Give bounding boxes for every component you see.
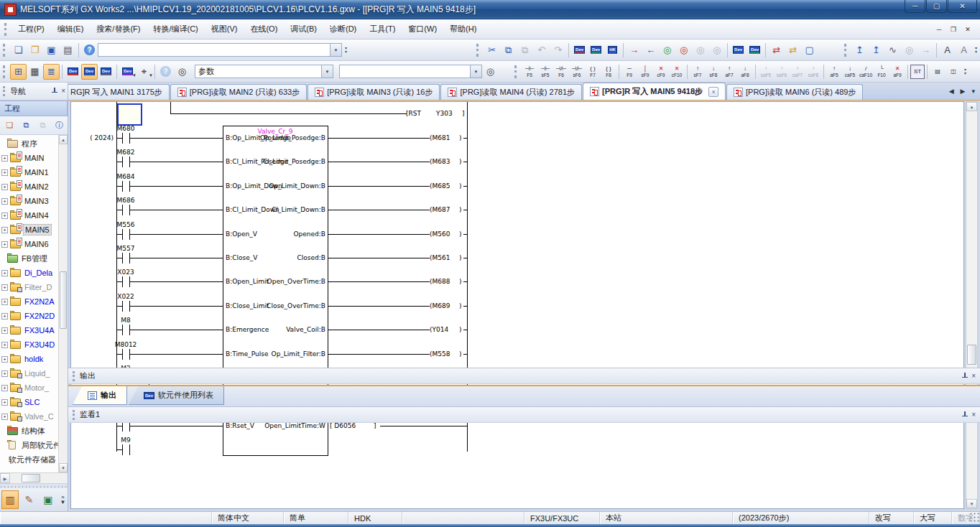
close-icon[interactable]: ×: [971, 373, 976, 380]
redo-icon[interactable]: ↷: [550, 42, 566, 58]
ladder-button-aF8[interactable]: ↓aF8: [737, 62, 753, 80]
toolbar-grip[interactable]: [3, 65, 6, 78]
tree-item-MAIN1[interactable]: +MAIN1: [0, 165, 58, 179]
ladder-button-aF5[interactable]: ↑aF5: [826, 62, 842, 80]
menu-item-8[interactable]: 工具(T): [363, 21, 402, 37]
ladder-button-F5[interactable]: ⊣⊢F5: [522, 62, 537, 80]
device-search-icon[interactable]: ⌖▼: [136, 64, 152, 80]
monitor-write-mode-icon[interactable]: ↥: [868, 42, 884, 58]
tree-item-Valve_C[interactable]: +Valve_C: [0, 409, 58, 424]
window-search-icon[interactable]: ◎: [482, 64, 499, 80]
combobox-arrow-icon[interactable]: ▼: [470, 65, 481, 78]
tree-vertical-scrollbar[interactable]: ▲ ▼: [58, 135, 68, 472]
ladder-button-saF6[interactable]: ↑saF6: [774, 62, 790, 80]
menu-item-3[interactable]: 转换/编译(C): [147, 21, 204, 37]
expand-icon[interactable]: +: [1, 270, 8, 276]
doc-tab-6[interactable]: [PRG]读取 MAIN6 (只读) 489步: [726, 84, 863, 100]
new-file-icon[interactable]: ❏: [10, 42, 27, 58]
menu-item-5[interactable]: 在线(O): [244, 21, 284, 37]
expand-icon[interactable]: +: [1, 184, 8, 190]
tab-list-icon[interactable]: ▾: [969, 86, 977, 96]
menu-item-2[interactable]: 搜索/替换(F): [90, 21, 147, 37]
device-list-view-icon[interactable]: Dev: [81, 64, 98, 80]
ladder-button-F7[interactable]: ( )F7: [585, 62, 601, 80]
expand-icon[interactable]: +: [1, 213, 8, 219]
copy-data-icon[interactable]: ⧉: [19, 118, 33, 132]
expand-icon[interactable]: +: [1, 399, 8, 406]
new-item-icon[interactable]: ❏: [3, 118, 17, 132]
next-tab-icon[interactable]: ▶: [958, 86, 968, 96]
pc-monitor-icon[interactable]: ▢: [801, 42, 818, 58]
device-comment-icon[interactable]: Dev: [571, 42, 588, 58]
tree-item-Liquid_[interactable]: +Liquid_: [0, 366, 58, 381]
find-contact-icon[interactable]: ◎: [692, 42, 708, 58]
expand-icon[interactable]: +: [1, 284, 8, 291]
output-tab-2[interactable]: Dev软元件使用列表: [129, 386, 224, 405]
ladder-button-F10[interactable]: └F10: [874, 62, 889, 80]
tree-item-结构体[interactable]: 结构体: [0, 424, 58, 438]
doc-tab-2[interactable]: [PRG]读取 MAIN2 (只读) 633步: [170, 84, 307, 100]
ladder-button-aF9[interactable]: ✕aF9: [889, 62, 905, 80]
menu-item-7[interactable]: 诊断(D): [323, 21, 363, 37]
device-search-combobox[interactable]: 参数▼: [195, 65, 333, 78]
ladder-button-cF10[interactable]: ✕cF10: [669, 62, 685, 80]
tree-item-软元件存储器[interactable]: 软元件存储器: [0, 452, 58, 467]
doc-tab-3[interactable]: [PRG]读取 MAIN3 (只读) 16步: [308, 84, 440, 100]
expand-icon[interactable]: +: [1, 356, 8, 363]
property-icon[interactable]: ⓘ: [52, 118, 66, 132]
tree-item-Filter_D[interactable]: +Filter_D: [0, 280, 58, 294]
menu-item-9[interactable]: 窗口(W): [402, 21, 443, 37]
tree-scroll-thumb[interactable]: [60, 271, 67, 329]
tree-item-MAIN[interactable]: +MAIN: [0, 151, 58, 165]
mdi-minimize-button[interactable]: ─: [933, 24, 946, 34]
expand-icon[interactable]: +: [1, 241, 8, 248]
project-tree-toggle-icon[interactable]: ⊞: [10, 64, 27, 80]
scroll-up-icon[interactable]: ▲: [59, 135, 68, 144]
maximize-button[interactable]: ▢: [926, 0, 947, 13]
expand-icon[interactable]: +: [1, 299, 8, 305]
pin-icon[interactable]: [51, 88, 57, 95]
ladder-button-sF9[interactable]: │sF9: [637, 62, 653, 80]
jump-icon[interactable]: →: [917, 42, 934, 58]
find-binoculars-icon[interactable]: ◎: [174, 64, 190, 80]
combobox-arrow-icon[interactable]: ▼: [321, 65, 333, 78]
open-file-icon[interactable]: ❐: [27, 42, 43, 58]
tree-item-MAIN3[interactable]: +MAIN3: [0, 194, 58, 208]
device-batch-icon[interactable]: Dev: [98, 64, 114, 80]
menu-item-1[interactable]: 编辑(E): [51, 21, 91, 37]
mdi-close-button[interactable]: ✕: [961, 24, 974, 34]
find-device-forward-icon[interactable]: ◎: [659, 42, 675, 58]
close-button[interactable]: ✕: [948, 0, 977, 13]
pulse-run-icon[interactable]: ∿: [884, 42, 901, 58]
doc-tab-5[interactable]: [PRG]R 写入 MAIN5 9418步×: [583, 83, 726, 100]
editor-scroll-thumb[interactable]: [967, 345, 976, 365]
cross-reference-combobox[interactable]: ▼: [339, 65, 482, 78]
tree-horizontal-scrollbar[interactable]: ◀ ▶: [0, 472, 68, 483]
device-test-icon[interactable]: HK: [604, 42, 621, 58]
pin-icon[interactable]: [961, 411, 968, 419]
tree-item-MAIN2[interactable]: +MAIN2: [0, 179, 58, 194]
expand-icon[interactable]: +: [1, 169, 8, 176]
nav-more-button[interactable]: »▼: [58, 495, 68, 505]
paste-icon[interactable]: ⧉: [517, 42, 533, 58]
ladder-button-sF8[interactable]: ↓sF8: [706, 62, 721, 80]
statement-display-icon[interactable]: A: [956, 42, 972, 58]
close-icon[interactable]: ×: [971, 411, 976, 419]
project-view-button[interactable]: ▥: [1, 490, 19, 509]
device-display-icon[interactable]: Dev: [730, 42, 746, 58]
find-device-back-icon[interactable]: ◎: [675, 42, 692, 58]
comment-display-icon[interactable]: A: [939, 42, 956, 58]
expand-icon[interactable]: +: [1, 414, 8, 420]
device-monitor-icon[interactable]: Dev: [588, 42, 604, 58]
expand-icon[interactable]: +: [1, 327, 8, 334]
tab-close-icon[interactable]: ×: [708, 87, 718, 97]
tree-item-Di_Dela[interactable]: +Di_Dela: [0, 266, 58, 280]
save-icon[interactable]: ▣: [43, 42, 60, 58]
tree-item-FB管理[interactable]: FB管理: [0, 251, 58, 266]
write-to-plc-icon[interactable]: →: [626, 42, 642, 58]
device-display-mode-icon[interactable]: Dev▼: [119, 64, 136, 80]
mdi-restore-button[interactable]: ❐: [947, 24, 960, 34]
help-icon[interactable]: ?: [81, 42, 98, 58]
menu-item-10[interactable]: 帮助(H): [443, 21, 483, 37]
help-view-icon[interactable]: ?: [157, 64, 174, 80]
